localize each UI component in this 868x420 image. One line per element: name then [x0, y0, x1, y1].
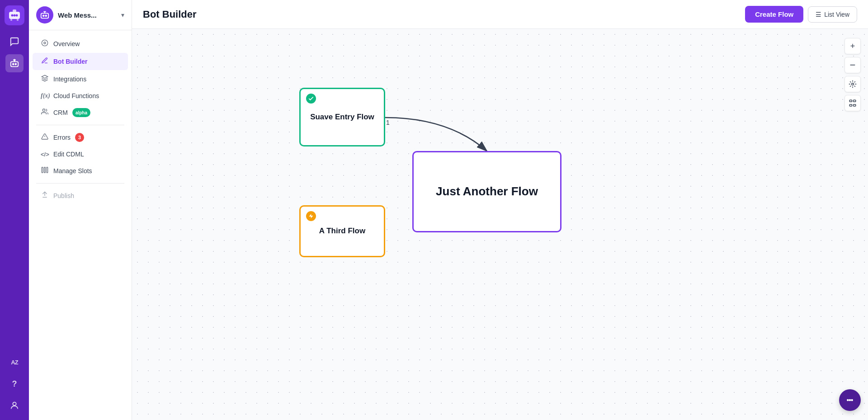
nav-label-manage-slots: Manage Slots: [53, 167, 92, 175]
svg-rect-21: [44, 167, 46, 173]
main-content: Bot Builder Create Flow ☰ List View 1: [132, 0, 868, 420]
third-flow-label: A Third Flow: [319, 226, 365, 236]
nav-divider-1: [36, 125, 124, 125]
list-view-button[interactable]: ☰ List View: [808, 6, 857, 23]
nav-item-manage-slots[interactable]: Manage Slots: [33, 162, 128, 179]
svg-point-2: [14, 14, 16, 17]
svg-rect-20: [42, 167, 43, 173]
overview-icon: [41, 39, 49, 48]
svg-point-31: [847, 400, 849, 401]
nav-item-bot-builder[interactable]: Bot Builder: [33, 53, 128, 70]
zoom-fit-button[interactable]: [844, 76, 861, 92]
page-title: Bot Builder: [143, 9, 197, 20]
nav-item-publish[interactable]: Publish: [33, 187, 128, 204]
svg-rect-27: [849, 100, 852, 102]
suave-flow-label: Suave Entry Flow: [310, 112, 374, 123]
fullscreen-button[interactable]: [844, 95, 861, 111]
svg-point-16: [44, 42, 46, 44]
sidebar-icon-bot[interactable]: [5, 54, 24, 72]
canvas-area[interactable]: 1 Suave Entry Flow A Third Flow Just Ano…: [132, 29, 868, 420]
nav-item-edit-cdml[interactable]: </> Edit CDML: [33, 146, 128, 162]
zoom-controls: + −: [844, 38, 861, 111]
sidebar-icon-profile[interactable]: [5, 396, 24, 415]
svg-point-17: [42, 109, 45, 111]
nav-label-edit-cdml: Edit CDML: [53, 151, 84, 158]
nav-item-overview[interactable]: Overview: [33, 35, 128, 52]
flow-node-third[interactable]: A Third Flow: [299, 205, 385, 257]
nav-label-cloud-functions: Cloud Functions: [53, 92, 99, 99]
svg-marker-25: [309, 214, 313, 218]
list-view-label: List View: [824, 11, 849, 18]
publish-icon: [41, 191, 49, 200]
svg-rect-29: [849, 104, 852, 106]
icon-sidebar: AZ ?: [0, 0, 29, 420]
svg-point-15: [42, 40, 47, 46]
sidebar-icon-help[interactable]: ?: [5, 375, 24, 393]
nav-item-integrations[interactable]: Integrations: [33, 71, 128, 88]
nav-label-bot-builder: Bot Builder: [53, 58, 87, 65]
top-bar-actions: Create Flow ☰ List View: [745, 6, 857, 23]
crm-icon: [41, 108, 49, 117]
svg-point-33: [851, 400, 853, 401]
suave-entry-icon: [306, 94, 316, 104]
nav-items: Overview Bot Builder Integrations f(x) C…: [29, 30, 132, 420]
svg-point-3: [16, 14, 18, 17]
nav-item-cloud-functions[interactable]: f(x) Cloud Functions: [33, 88, 128, 104]
bot-builder-icon: [41, 57, 49, 66]
manage-slots-icon: [41, 166, 49, 175]
svg-rect-5: [10, 19, 12, 21]
create-flow-button[interactable]: Create Flow: [745, 6, 803, 23]
svg-rect-28: [854, 100, 856, 102]
svg-point-9: [15, 63, 16, 65]
svg-rect-4: [13, 9, 16, 12]
bot-name: Web Mess...: [58, 11, 117, 19]
sidebar-icon-translate[interactable]: AZ: [5, 353, 24, 371]
zoom-in-button[interactable]: +: [844, 38, 861, 54]
svg-point-10: [14, 59, 15, 61]
app-logo: [5, 5, 24, 25]
dropdown-arrow-icon[interactable]: ▾: [121, 11, 124, 19]
top-bar: Bot Builder Create Flow ☰ List View: [132, 0, 868, 29]
nav-divider-2: [36, 183, 124, 184]
third-flow-icon: [306, 211, 316, 221]
svg-point-14: [45, 15, 47, 16]
svg-point-13: [43, 15, 44, 16]
nav-label-publish: Publish: [53, 192, 74, 199]
cloud-functions-icon: f(x): [41, 92, 49, 99]
svg-text:1: 1: [386, 119, 390, 126]
chat-widget-button[interactable]: [839, 389, 861, 411]
edit-cdml-icon: </>: [41, 151, 49, 158]
crm-alpha-badge: alpha: [72, 108, 90, 117]
sidebar-icon-messages[interactable]: [5, 33, 24, 51]
nav-label-integrations: Integrations: [53, 76, 86, 83]
errors-icon: [41, 133, 49, 142]
flow-node-just[interactable]: Just Another Flow: [412, 151, 561, 232]
list-view-icon: ☰: [816, 11, 821, 18]
svg-point-32: [849, 400, 851, 401]
svg-point-8: [13, 63, 14, 65]
nav-label-errors: Errors: [53, 134, 71, 141]
nav-label-crm: CRM: [53, 109, 68, 116]
nav-item-crm[interactable]: CRM alpha: [33, 104, 128, 121]
svg-rect-22: [47, 167, 48, 173]
flow-node-suave[interactable]: Suave Entry Flow: [299, 88, 385, 146]
zoom-out-button[interactable]: −: [844, 57, 861, 73]
svg-rect-6: [17, 19, 19, 21]
errors-badge: 3: [75, 133, 84, 142]
left-nav: Web Mess... ▾ Overview Bot Builder Integ…: [29, 0, 132, 420]
nav-label-overview: Overview: [53, 40, 80, 47]
bot-selector[interactable]: Web Mess... ▾: [29, 0, 132, 30]
svg-point-11: [13, 402, 16, 406]
svg-rect-30: [854, 104, 856, 106]
nav-item-errors[interactable]: Errors 3: [33, 129, 128, 146]
svg-rect-7: [11, 61, 19, 66]
bot-avatar: [36, 6, 53, 24]
svg-rect-12: [41, 13, 49, 18]
just-flow-label: Just Another Flow: [436, 184, 538, 199]
integrations-icon: [41, 75, 49, 84]
svg-point-1: [11, 14, 14, 17]
svg-point-26: [852, 83, 854, 85]
